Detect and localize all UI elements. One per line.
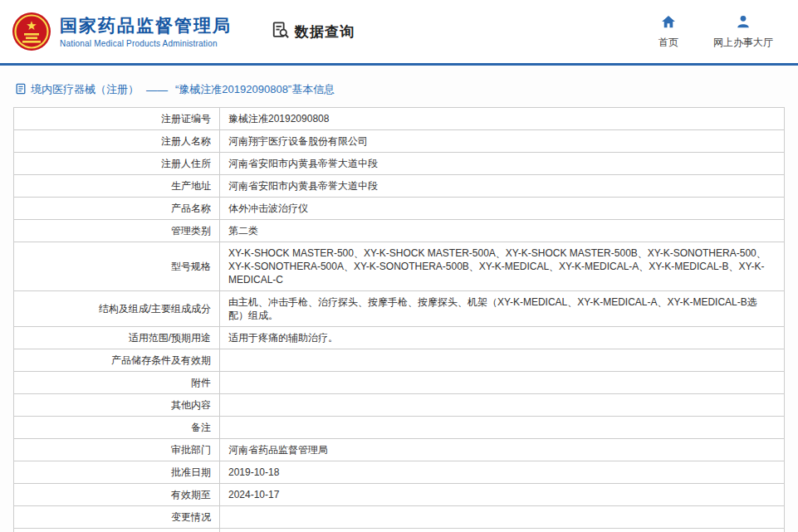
row-value	[220, 417, 785, 439]
org-name-en: National Medical Products Administration	[60, 39, 232, 48]
row-label: 生产地址	[14, 175, 220, 198]
row-label-note: 注	[14, 529, 220, 532]
row-label: 批准日期	[14, 461, 220, 484]
svg-text:★: ★	[26, 18, 37, 32]
row-label: 型号规格	[14, 242, 220, 291]
section-title: 数据查询	[295, 22, 355, 41]
table-row: 生产地址 河南省安阳市内黄县帝誉大道中段	[14, 175, 785, 198]
row-value: 体外冲击波治疗仪	[220, 198, 785, 220]
breadcrumb-category[interactable]: 境内医疗器械（注册）	[31, 82, 139, 97]
document-icon	[15, 83, 27, 97]
table-row: 注册人名称 河南翔宇医疗设备股份有限公司	[14, 130, 785, 153]
table-row: 适用范围/预期用途 适用于疼痛的辅助治疗。	[14, 327, 785, 349]
row-value: 第二类	[220, 220, 785, 242]
row-label: 备注	[14, 417, 220, 439]
row-value: 由主机、冲击手枪、治疗探头、按摩手枪、按摩探头、机架（XY-K-MEDICAL、…	[220, 291, 785, 327]
table-row: 审批部门 河南省药品监督管理局	[14, 439, 785, 461]
row-label: 其他内容	[14, 394, 220, 417]
header-nav: 首页 网上办事大厅	[658, 14, 773, 50]
table-row: 注册证编号 豫械注准20192090808	[14, 108, 785, 130]
row-label: 产品名称	[14, 198, 220, 220]
row-value: 豫械注准20192090808	[220, 108, 785, 130]
nav-home[interactable]: 首页	[658, 14, 678, 50]
table-row: 备注	[14, 417, 785, 439]
row-label: 管理类别	[14, 220, 220, 242]
data-query-section: 数据查询	[272, 21, 355, 42]
nav-home-label: 首页	[658, 36, 678, 50]
nav-service-hall-label: 网上办事大厅	[713, 36, 773, 50]
table-row: 结构及组成/主要组成成分 由主机、冲击手枪、治疗探头、按摩手枪、按摩探头、机架（…	[14, 291, 785, 327]
row-label: 注册人名称	[14, 130, 220, 153]
row-value: 详情	[220, 529, 785, 532]
home-icon	[661, 14, 676, 32]
row-label: 结构及组成/主要组成成分	[14, 291, 220, 327]
row-value	[220, 394, 785, 417]
registration-info-table: 注册证编号 豫械注准20192090808 注册人名称 河南翔宇医疗设备股份有限…	[13, 107, 785, 532]
org-name-cn: 国家药品监督管理局	[60, 15, 232, 36]
row-value: 河南省安阳市内黄县帝誉大道中段	[220, 153, 785, 175]
table-row: 附件	[14, 372, 785, 394]
row-value	[220, 372, 785, 394]
breadcrumb: 境内医疗器械（注册） —— “豫械注准20192090808”基本信息	[13, 66, 785, 107]
table-row: 注册人住所 河南省安阳市内黄县帝誉大道中段	[14, 153, 785, 175]
table-row: 有效期至 2024-10-17	[14, 484, 785, 506]
user-icon	[736, 14, 751, 32]
row-value: 适用于疼痛的辅助治疗。	[220, 327, 785, 349]
row-label: 注册证编号	[14, 108, 220, 130]
row-label: 适用范围/预期用途	[14, 327, 220, 349]
row-value: 2019-10-18	[220, 461, 785, 484]
table-row: 注 详情	[14, 529, 785, 532]
table-row: 产品储存条件及有效期	[14, 349, 785, 372]
site-header: ★ 国家药品监督管理局 National Medical Products Ad…	[0, 0, 798, 63]
header-branding: ★ 国家药品监督管理局 National Medical Products Ad…	[12, 12, 355, 51]
row-label: 注册人住所	[14, 153, 220, 175]
row-value	[220, 349, 785, 372]
row-label: 有效期至	[14, 484, 220, 506]
nav-service-hall[interactable]: 网上办事大厅	[713, 14, 773, 50]
row-value: 河南省安阳市内黄县帝誉大道中段	[220, 175, 785, 198]
row-label: 附件	[14, 372, 220, 394]
row-label: 审批部门	[14, 439, 220, 461]
row-value: XY-K-SHOCK MASTER-500、XY-K-SHOCK MASTER-…	[220, 242, 785, 291]
org-names: 国家药品监督管理局 National Medical Products Admi…	[60, 15, 232, 47]
row-label: 变更情况	[14, 506, 220, 529]
table-row: 型号规格 XY-K-SHOCK MASTER-500、XY-K-SHOCK MA…	[14, 242, 785, 291]
table-row: 产品名称 体外冲击波治疗仪	[14, 198, 785, 220]
national-emblem-logo: ★	[12, 12, 51, 51]
table-row: 其他内容	[14, 394, 785, 417]
page-title: “豫械注准20192090808”基本信息	[175, 82, 335, 97]
table-row: 管理类别 第二类	[14, 220, 785, 242]
breadcrumb-separator: ——	[146, 84, 168, 96]
row-value: 河南翔宇医疗设备股份有限公司	[220, 130, 785, 153]
row-value: 河南省药品监督管理局	[220, 439, 785, 461]
table-row: 批准日期 2019-10-18	[14, 461, 785, 484]
row-label: 产品储存条件及有效期	[14, 349, 220, 372]
row-value	[220, 506, 785, 529]
main-content: 境内医疗器械（注册） —— “豫械注准20192090808”基本信息 注册证编…	[0, 66, 798, 532]
row-value: 2024-10-17	[220, 484, 785, 506]
data-query-icon	[272, 21, 290, 42]
table-row: 变更情况	[14, 506, 785, 529]
